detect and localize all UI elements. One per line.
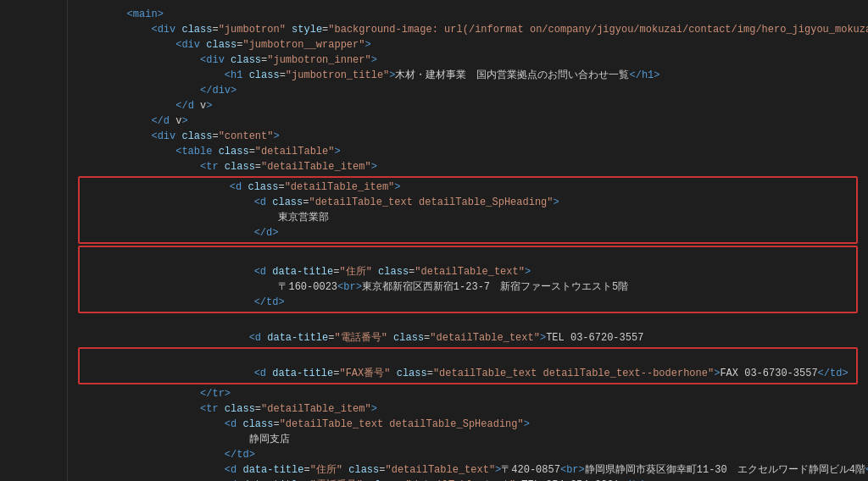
code-line: <d class="detailTable_item"> (83, 180, 853, 195)
editor-container: <main> <div class="jumbotron" style="bac… (0, 0, 868, 481)
code-line: </d v> (78, 98, 858, 113)
code-line (83, 249, 853, 264)
code-line: 〒160-0023<br>東京都新宿区西新宿1-23-7 新宿ファーストウエスト… (83, 279, 853, 295)
code-line: <tr class="detailTable_item"> (78, 401, 858, 417)
code-line: <tr class="detailTable_item"> (78, 159, 858, 174)
code-area[interactable]: <main> <div class="jumbotron" style="bac… (68, 0, 868, 481)
sidebar (0, 0, 68, 481)
code-line: <d data-title="FAX番号" class="detailTable… (83, 366, 853, 381)
code-line: </d v> (78, 113, 858, 129)
code-line (83, 351, 853, 366)
code-line: </td> (78, 447, 858, 462)
code-line: <d class="detailTable_text detailTable_S… (83, 195, 853, 210)
code-line: <d data-title="住所" class="detailTable_te… (83, 264, 853, 279)
code-line: <d data-title="住所" class="detailTable_te… (78, 462, 858, 478)
code-line: 東京営業部 (83, 210, 853, 225)
code-line: <d class="detailTable_text detailTable_S… (78, 417, 858, 432)
code-line: <div class="jumbotron__wrapper"> (78, 37, 858, 53)
code-line: </d> (83, 225, 853, 240)
code-line: <div class="jumbotron" style="background… (78, 22, 858, 37)
code-line: </td> (83, 295, 853, 310)
code-line: </div> (78, 83, 858, 98)
code-line: <div class="jumbotron_inner"> (78, 53, 858, 68)
code-line (78, 315, 858, 330)
code-line: <div class="content"> (78, 129, 858, 144)
code-line: <d data-title="電話番号" class="detailTable_… (78, 330, 858, 346)
code-line: 静岡支店 (78, 432, 858, 447)
code-line: <main> (78, 7, 858, 22)
code-line: <h1 class="jumbotron_title">木材・建材事業 国内営業… (78, 68, 858, 83)
code-output: <main> <div class="jumbotron" style="bac… (78, 7, 858, 481)
code-line: </tr> (78, 386, 858, 401)
code-line: <d data-title="電話番号" class="detailTable_… (78, 478, 858, 481)
code-line: <table class="detailTable"> (78, 144, 858, 159)
